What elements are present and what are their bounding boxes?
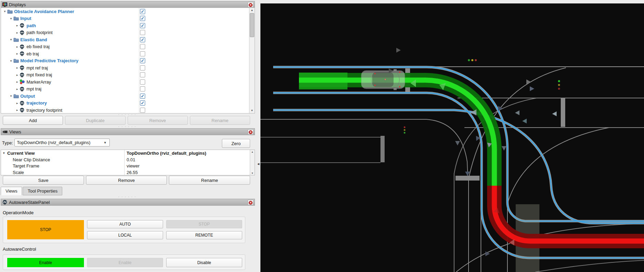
displays-close-button[interactable]: ✕ xyxy=(248,2,254,8)
visibility-checkbox[interactable]: ✓ xyxy=(140,94,145,99)
display-tree-scrollbar[interactable]: ▲ ▼ xyxy=(249,8,255,113)
panel-collapse-arrow-icon[interactable]: ◄ xyxy=(257,161,260,167)
add-display-button[interactable]: Add xyxy=(3,116,63,125)
property-row-target-frame[interactable]: Target Frameviewer xyxy=(1,163,255,169)
save-view-button[interactable]: Save xyxy=(3,176,84,185)
collapse-arrow-icon[interactable]: ▾ xyxy=(3,151,7,155)
scroll-up-icon[interactable]: ▲ xyxy=(249,8,255,13)
remove-view-button[interactable]: Remove xyxy=(86,176,167,185)
display-tree-item-mpt-fixed-traj[interactable]: ▸mpt fixed traj xyxy=(1,72,255,79)
property-value[interactable]: 26.55 xyxy=(124,169,255,175)
expand-arrow-icon[interactable]: ▸ xyxy=(15,24,20,27)
display-tree-item-trajectory-footprint[interactable]: ▸trajectory footprint xyxy=(1,107,255,113)
views-close-button[interactable]: ✕ xyxy=(248,129,254,135)
close-icon: ✕ xyxy=(249,130,253,134)
close-icon: ✕ xyxy=(249,3,253,7)
visibility-checkbox[interactable]: ✓ xyxy=(140,9,145,14)
viewport-margin xyxy=(256,0,644,3)
tab-tool-properties[interactable]: Tool Properties xyxy=(23,187,62,195)
scroll-down-icon[interactable]: ▼ xyxy=(249,108,255,113)
visibility-checkbox[interactable] xyxy=(140,51,145,56)
visibility-checkbox[interactable] xyxy=(140,86,145,91)
3d-viewport[interactable] xyxy=(260,3,644,272)
visibility-checkbox[interactable]: ✓ xyxy=(140,58,145,63)
auto-mode-button[interactable]: AUTO xyxy=(87,220,163,228)
expand-arrow-icon[interactable]: ▸ xyxy=(15,52,20,55)
expand-arrow-icon[interactable]: ▸ xyxy=(15,108,20,112)
expand-arrow-icon[interactable]: ▸ xyxy=(15,101,20,105)
scroll-up-icon[interactable]: ▲ xyxy=(250,150,255,154)
close-icon: ✕ xyxy=(249,201,253,205)
display-tree-item-mpt-ref-traj[interactable]: ▸mpt ref traj xyxy=(1,64,255,72)
collapse-arrow-icon[interactable]: ▾ xyxy=(2,10,7,13)
display-tree-item-obstacle-avoidance-planner[interactable]: ▾Obstacle Avoidance Planner✓ xyxy=(1,8,255,15)
splitter-handle[interactable]: · · · · · · xyxy=(89,196,165,198)
operation-mode-group: STOP AUTOSTOPLOCALREMOTE xyxy=(3,217,245,243)
display-tree[interactable]: ▾Obstacle Avoidance Planner✓▾Input✓▸path… xyxy=(1,8,255,113)
display-tree-item-model-predictive-trajectory[interactable]: ▾Model Predictive Trajectory✓ xyxy=(1,57,255,65)
disable-control-button[interactable]: Disable xyxy=(166,258,242,267)
display-tree-item-trajectory[interactable]: ▸trajectory✓ xyxy=(1,100,255,107)
display-tree-item-input[interactable]: ▾Input✓ xyxy=(1,15,255,22)
scroll-down-icon[interactable]: ▼ xyxy=(250,171,255,175)
remove-display-button: Remove xyxy=(128,116,188,125)
collapse-arrow-icon[interactable]: ▾ xyxy=(9,94,13,98)
rviz-scene xyxy=(260,3,644,272)
local-mode-button[interactable]: LOCAL xyxy=(87,231,163,239)
visibility-checkbox[interactable]: ✓ xyxy=(140,16,145,21)
autoware-icon xyxy=(20,101,25,106)
display-tree-item-path-footprint[interactable]: ▸path footprint xyxy=(1,29,255,36)
display-tree-item-path[interactable]: ▸path✓ xyxy=(1,22,255,29)
visibility-checkbox[interactable]: ✓ xyxy=(140,23,145,28)
views-panel-title: Views xyxy=(9,129,21,134)
display-tree-item-elastic-band[interactable]: ▾Elastic Band✓ xyxy=(1,36,255,43)
display-item-label: eb traj xyxy=(26,51,39,56)
properties-scrollbar[interactable]: ▲ ▼ xyxy=(250,150,255,175)
remote-mode-button[interactable]: REMOTE xyxy=(166,231,242,239)
visibility-checkbox[interactable] xyxy=(140,72,145,77)
displays-icon xyxy=(2,2,7,7)
property-value[interactable]: 0.01 xyxy=(124,156,255,163)
expand-arrow-icon[interactable]: ▸ xyxy=(15,87,20,91)
visibility-checkbox[interactable] xyxy=(140,108,145,113)
stop-mode-button: STOP xyxy=(166,220,242,228)
display-tree-item-markerarray[interactable]: ▸MarkerArray xyxy=(1,78,255,86)
visibility-checkbox[interactable] xyxy=(140,30,145,35)
display-item-label: Model Predictive Trajectory xyxy=(20,58,78,63)
autoware-panel-close-button[interactable]: ✕ xyxy=(248,200,254,205)
expand-arrow-icon[interactable]: ▸ xyxy=(15,66,20,69)
display-tree-item-eb-fixed-traj[interactable]: ▸eb fixed traj xyxy=(1,43,255,51)
display-tree-item-eb-traj[interactable]: ▸eb traj xyxy=(1,50,255,57)
property-name: Scale xyxy=(13,170,24,175)
display-tree-item-mpt-traj[interactable]: ▸mpt traj xyxy=(1,86,255,93)
visibility-checkbox[interactable] xyxy=(140,44,145,49)
expand-arrow-icon[interactable]: ▸ xyxy=(15,80,20,84)
collapse-arrow-icon[interactable]: ▾ xyxy=(9,17,13,20)
property-row-scale[interactable]: Scale26.55 xyxy=(1,169,255,175)
display-tree-item-output[interactable]: ▾Output✓ xyxy=(1,93,255,100)
collapse-arrow-icon[interactable]: ▾ xyxy=(9,38,13,41)
visibility-checkbox[interactable]: ✓ xyxy=(140,37,145,42)
property-value[interactable]: viewer xyxy=(124,163,255,169)
scrollbar-thumb[interactable] xyxy=(250,13,254,37)
view-type-dropdown[interactable]: TopDownOrtho (rviz_default_plugins) ▼ xyxy=(14,139,110,146)
collapse-arrow-icon[interactable]: ▾ xyxy=(9,59,13,63)
operation-mode-label: OperationMode xyxy=(3,210,34,215)
tab-views[interactable]: Views xyxy=(1,187,22,195)
visibility-checkbox[interactable] xyxy=(140,65,145,70)
displays-panel-header: Displays ✕ xyxy=(1,1,255,8)
dock-splitter[interactable] xyxy=(256,0,260,272)
rename-view-button[interactable]: Rename xyxy=(169,176,250,185)
display-item-label: mpt traj xyxy=(26,86,41,91)
expand-arrow-icon[interactable]: ▸ xyxy=(15,31,20,34)
current-view-properties[interactable]: ▾Current ViewTopDownOrtho (rviz_default_… xyxy=(1,150,255,175)
zero-button[interactable]: Zero xyxy=(222,139,250,148)
property-value[interactable]: TopDownOrtho (rviz_default_plugins) xyxy=(124,150,255,156)
splitter-handle[interactable]: · · · · · · xyxy=(89,126,165,128)
property-row-near-clip-distance[interactable]: Near Clip Distance0.01 xyxy=(1,156,255,163)
expand-arrow-icon[interactable]: ▸ xyxy=(15,73,20,77)
visibility-checkbox[interactable] xyxy=(140,79,145,85)
visibility-checkbox[interactable]: ✓ xyxy=(140,100,145,106)
expand-arrow-icon[interactable]: ▸ xyxy=(15,45,20,48)
property-row-current-view[interactable]: ▾Current ViewTopDownOrtho (rviz_default_… xyxy=(1,150,255,156)
